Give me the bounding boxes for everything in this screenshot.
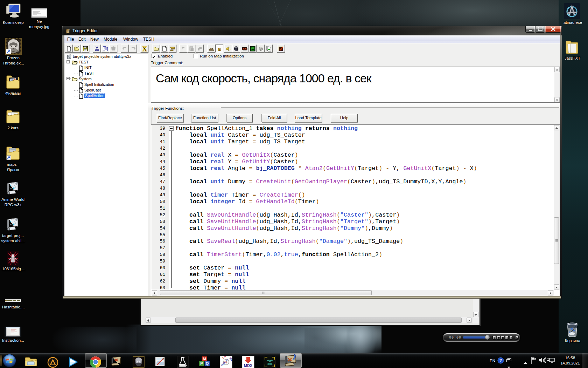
svg-text:?: ? [499, 358, 502, 363]
svg-text:Q: Q [206, 361, 209, 366]
svg-text:X: X [142, 46, 147, 52]
svg-text:a: a [218, 46, 221, 52]
svg-text:M: M [203, 357, 206, 361]
svg-text:MDX: MDX [244, 363, 253, 368]
svg-text:P: P [200, 361, 203, 366]
